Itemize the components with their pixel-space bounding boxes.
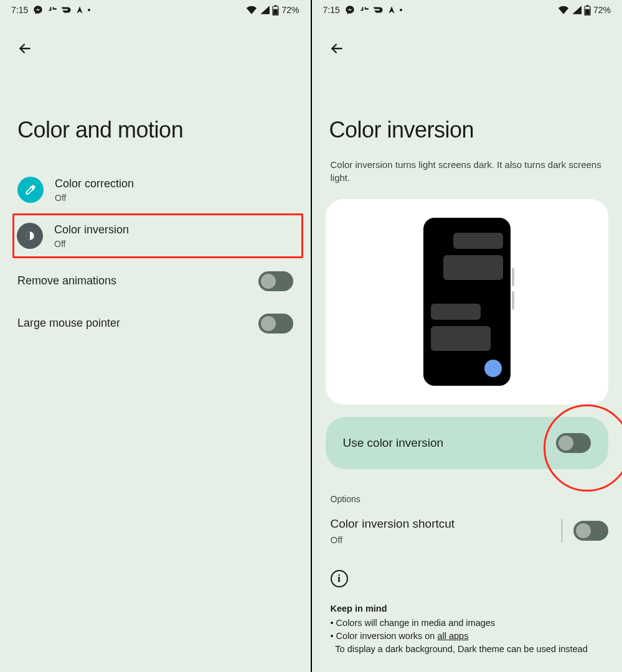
options-section-label: Options: [312, 469, 623, 510]
status-app-icons: [345, 5, 402, 15]
vertical-divider: [562, 519, 562, 543]
status-battery-pct: 72%: [281, 5, 299, 15]
signal-icon: [572, 6, 582, 14]
shortcut-label: Color inversion shortcut: [331, 516, 455, 532]
use-color-inversion-row[interactable]: Use color inversion: [326, 417, 609, 469]
keep-line-3: To display a dark background, Dark theme…: [331, 643, 604, 656]
use-color-inversion-label: Use color inversion: [343, 436, 444, 451]
use-color-inversion-toggle[interactable]: [556, 433, 591, 453]
remove-animations-label: Remove animations: [17, 274, 116, 288]
signal-icon: [260, 6, 270, 14]
messenger-icon: [33, 5, 43, 15]
color-inversion-status: Off: [54, 239, 295, 249]
messenger-icon: [345, 5, 355, 15]
keep-in-mind-block: Keep in mind • Colors will change in med…: [312, 587, 623, 656]
keep-line-1: • Colors will change in media and images: [331, 617, 604, 630]
keep-heading: Keep in mind: [331, 602, 604, 615]
preview-illustration: [326, 199, 609, 404]
status-battery-pct: 72%: [593, 5, 611, 15]
svg-rect-2: [273, 9, 278, 14]
svg-rect-1: [275, 5, 277, 6]
large-mouse-pointer-label: Large mouse pointer: [17, 316, 120, 330]
slack-icon: [359, 5, 369, 15]
arrow-back-icon: [17, 40, 33, 57]
large-mouse-pointer-toggle[interactable]: [258, 314, 293, 334]
doordash-icon: [60, 6, 72, 14]
contrast-icon: [17, 223, 43, 249]
wifi-icon: [558, 6, 569, 14]
color-correction-row[interactable]: Color correction Off: [0, 168, 311, 212]
right-pane: 7:15 72% Color inversion Color inversion…: [312, 0, 623, 672]
nav-icon: [75, 6, 84, 14]
back-button[interactable]: [12, 36, 37, 61]
more-dot-icon: [400, 9, 402, 11]
shortcut-status: Off: [331, 534, 455, 545]
info-icon: i: [331, 570, 348, 587]
svg-rect-6: [585, 9, 590, 14]
nav-icon: [387, 6, 396, 14]
back-button[interactable]: [324, 36, 349, 61]
remove-animations-row[interactable]: Remove animations: [0, 260, 311, 302]
svg-rect-5: [587, 5, 589, 6]
color-correction-label: Color correction: [55, 177, 293, 191]
status-bar: 7:15 72%: [312, 0, 623, 17]
status-bar: 7:15 72%: [0, 0, 311, 17]
page-title: Color inversion: [312, 61, 623, 158]
status-time: 7:15: [323, 5, 340, 15]
more-dot-icon: [88, 9, 90, 11]
left-pane: 7:15 72% Color and motion Color corre: [0, 0, 311, 672]
arrow-back-icon: [329, 40, 345, 57]
color-inversion-row[interactable]: Color inversion Off: [12, 213, 303, 258]
large-mouse-pointer-row[interactable]: Large mouse pointer: [0, 302, 311, 345]
shortcut-row[interactable]: Color inversion shortcut Off: [312, 510, 623, 551]
doordash-icon: [372, 6, 384, 14]
status-time: 7:15: [11, 5, 28, 15]
battery-icon: [584, 5, 591, 16]
color-inversion-label: Color inversion: [54, 223, 295, 237]
slack-icon: [47, 5, 57, 15]
keep-line-2: • Color inversion works on all apps: [331, 630, 604, 643]
battery-icon: [272, 5, 279, 16]
description-text: Color inversion turns light screens dark…: [312, 158, 623, 199]
phone-mock-icon: [423, 218, 511, 386]
remove-animations-toggle[interactable]: [258, 271, 293, 291]
wifi-icon: [246, 6, 257, 14]
color-correction-status: Off: [55, 193, 293, 203]
shortcut-toggle[interactable]: [573, 521, 608, 541]
eyedropper-icon: [17, 177, 44, 203]
status-app-icons: [33, 5, 90, 15]
page-title: Color and motion: [0, 61, 311, 168]
